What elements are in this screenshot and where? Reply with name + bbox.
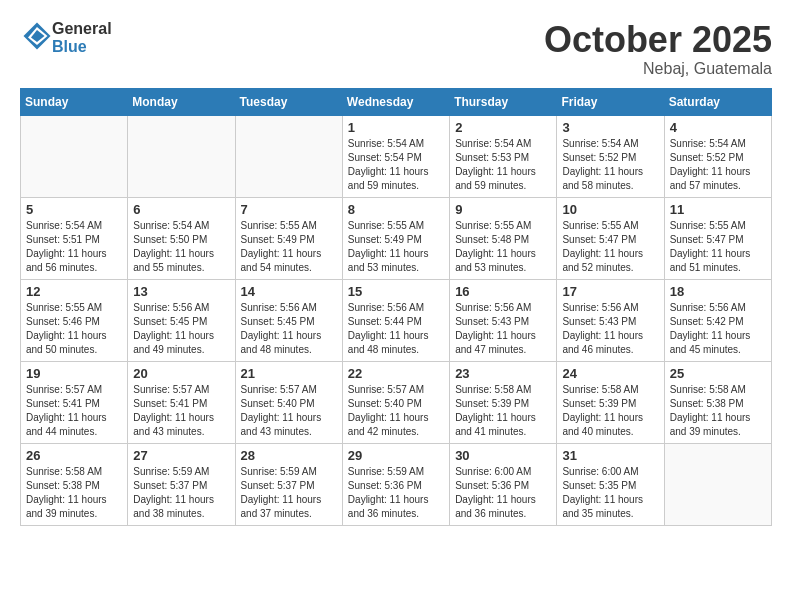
day-number: 11 — [670, 202, 766, 217]
day-number: 23 — [455, 366, 551, 381]
calendar-cell: 17Sunrise: 5:56 AM Sunset: 5:43 PM Dayli… — [557, 279, 664, 361]
calendar-cell: 4Sunrise: 5:54 AM Sunset: 5:52 PM Daylig… — [664, 115, 771, 197]
logo-general: General — [52, 20, 112, 37]
day-info: Sunrise: 5:56 AM Sunset: 5:44 PM Dayligh… — [348, 301, 444, 357]
calendar-cell: 15Sunrise: 5:56 AM Sunset: 5:44 PM Dayli… — [342, 279, 449, 361]
calendar-cell: 6Sunrise: 5:54 AM Sunset: 5:50 PM Daylig… — [128, 197, 235, 279]
week-row-5: 26Sunrise: 5:58 AM Sunset: 5:38 PM Dayli… — [21, 443, 772, 525]
calendar-cell: 27Sunrise: 5:59 AM Sunset: 5:37 PM Dayli… — [128, 443, 235, 525]
calendar-cell: 2Sunrise: 5:54 AM Sunset: 5:53 PM Daylig… — [450, 115, 557, 197]
col-header-saturday: Saturday — [664, 88, 771, 115]
day-info: Sunrise: 5:59 AM Sunset: 5:37 PM Dayligh… — [241, 465, 337, 521]
day-number: 14 — [241, 284, 337, 299]
col-header-monday: Monday — [128, 88, 235, 115]
logo: General Blue — [20, 20, 112, 56]
day-number: 4 — [670, 120, 766, 135]
day-number: 28 — [241, 448, 337, 463]
day-info: Sunrise: 5:56 AM Sunset: 5:42 PM Dayligh… — [670, 301, 766, 357]
calendar-cell: 12Sunrise: 5:55 AM Sunset: 5:46 PM Dayli… — [21, 279, 128, 361]
logo-text: General Blue — [52, 20, 112, 56]
day-number: 22 — [348, 366, 444, 381]
calendar-cell: 14Sunrise: 5:56 AM Sunset: 5:45 PM Dayli… — [235, 279, 342, 361]
day-info: Sunrise: 5:57 AM Sunset: 5:41 PM Dayligh… — [26, 383, 122, 439]
calendar-cell: 1Sunrise: 5:54 AM Sunset: 5:54 PM Daylig… — [342, 115, 449, 197]
calendar-cell: 30Sunrise: 6:00 AM Sunset: 5:36 PM Dayli… — [450, 443, 557, 525]
day-number: 21 — [241, 366, 337, 381]
day-number: 27 — [133, 448, 229, 463]
calendar-cell: 16Sunrise: 5:56 AM Sunset: 5:43 PM Dayli… — [450, 279, 557, 361]
day-info: Sunrise: 5:56 AM Sunset: 5:43 PM Dayligh… — [562, 301, 658, 357]
calendar-cell — [128, 115, 235, 197]
calendar-cell: 18Sunrise: 5:56 AM Sunset: 5:42 PM Dayli… — [664, 279, 771, 361]
week-row-2: 5Sunrise: 5:54 AM Sunset: 5:51 PM Daylig… — [21, 197, 772, 279]
month-title: October 2025 — [544, 20, 772, 60]
day-info: Sunrise: 5:54 AM Sunset: 5:54 PM Dayligh… — [348, 137, 444, 193]
day-info: Sunrise: 5:56 AM Sunset: 5:45 PM Dayligh… — [133, 301, 229, 357]
day-number: 17 — [562, 284, 658, 299]
day-info: Sunrise: 6:00 AM Sunset: 5:36 PM Dayligh… — [455, 465, 551, 521]
col-header-tuesday: Tuesday — [235, 88, 342, 115]
page-header: General Blue October 2025 Nebaj, Guatema… — [20, 20, 772, 78]
day-info: Sunrise: 5:58 AM Sunset: 5:38 PM Dayligh… — [670, 383, 766, 439]
calendar-cell: 13Sunrise: 5:56 AM Sunset: 5:45 PM Dayli… — [128, 279, 235, 361]
day-number: 1 — [348, 120, 444, 135]
day-number: 8 — [348, 202, 444, 217]
day-number: 24 — [562, 366, 658, 381]
week-row-4: 19Sunrise: 5:57 AM Sunset: 5:41 PM Dayli… — [21, 361, 772, 443]
calendar-cell: 19Sunrise: 5:57 AM Sunset: 5:41 PM Dayli… — [21, 361, 128, 443]
day-info: Sunrise: 5:59 AM Sunset: 5:36 PM Dayligh… — [348, 465, 444, 521]
day-info: Sunrise: 5:55 AM Sunset: 5:49 PM Dayligh… — [241, 219, 337, 275]
day-number: 18 — [670, 284, 766, 299]
day-info: Sunrise: 5:55 AM Sunset: 5:48 PM Dayligh… — [455, 219, 551, 275]
day-info: Sunrise: 5:57 AM Sunset: 5:41 PM Dayligh… — [133, 383, 229, 439]
col-header-wednesday: Wednesday — [342, 88, 449, 115]
calendar-cell: 20Sunrise: 5:57 AM Sunset: 5:41 PM Dayli… — [128, 361, 235, 443]
day-info: Sunrise: 5:56 AM Sunset: 5:43 PM Dayligh… — [455, 301, 551, 357]
day-number: 6 — [133, 202, 229, 217]
day-info: Sunrise: 5:54 AM Sunset: 5:52 PM Dayligh… — [670, 137, 766, 193]
day-info: Sunrise: 5:59 AM Sunset: 5:37 PM Dayligh… — [133, 465, 229, 521]
calendar-cell: 31Sunrise: 6:00 AM Sunset: 5:35 PM Dayli… — [557, 443, 664, 525]
day-info: Sunrise: 6:00 AM Sunset: 5:35 PM Dayligh… — [562, 465, 658, 521]
day-info: Sunrise: 5:54 AM Sunset: 5:51 PM Dayligh… — [26, 219, 122, 275]
location: Nebaj, Guatemala — [544, 60, 772, 78]
calendar-cell: 28Sunrise: 5:59 AM Sunset: 5:37 PM Dayli… — [235, 443, 342, 525]
calendar-cell: 5Sunrise: 5:54 AM Sunset: 5:51 PM Daylig… — [21, 197, 128, 279]
day-info: Sunrise: 5:57 AM Sunset: 5:40 PM Dayligh… — [348, 383, 444, 439]
day-number: 30 — [455, 448, 551, 463]
day-number: 2 — [455, 120, 551, 135]
day-number: 10 — [562, 202, 658, 217]
day-info: Sunrise: 5:58 AM Sunset: 5:38 PM Dayligh… — [26, 465, 122, 521]
day-info: Sunrise: 5:55 AM Sunset: 5:49 PM Dayligh… — [348, 219, 444, 275]
title-block: October 2025 Nebaj, Guatemala — [544, 20, 772, 78]
day-info: Sunrise: 5:54 AM Sunset: 5:53 PM Dayligh… — [455, 137, 551, 193]
day-info: Sunrise: 5:58 AM Sunset: 5:39 PM Dayligh… — [562, 383, 658, 439]
day-number: 26 — [26, 448, 122, 463]
col-header-friday: Friday — [557, 88, 664, 115]
day-number: 20 — [133, 366, 229, 381]
day-info: Sunrise: 5:55 AM Sunset: 5:47 PM Dayligh… — [670, 219, 766, 275]
calendar-cell: 10Sunrise: 5:55 AM Sunset: 5:47 PM Dayli… — [557, 197, 664, 279]
day-number: 12 — [26, 284, 122, 299]
day-info: Sunrise: 5:55 AM Sunset: 5:46 PM Dayligh… — [26, 301, 122, 357]
calendar-cell: 11Sunrise: 5:55 AM Sunset: 5:47 PM Dayli… — [664, 197, 771, 279]
day-number: 5 — [26, 202, 122, 217]
day-number: 15 — [348, 284, 444, 299]
col-header-sunday: Sunday — [21, 88, 128, 115]
day-info: Sunrise: 5:57 AM Sunset: 5:40 PM Dayligh… — [241, 383, 337, 439]
calendar-cell: 24Sunrise: 5:58 AM Sunset: 5:39 PM Dayli… — [557, 361, 664, 443]
calendar-cell — [235, 115, 342, 197]
col-header-thursday: Thursday — [450, 88, 557, 115]
calendar-cell: 7Sunrise: 5:55 AM Sunset: 5:49 PM Daylig… — [235, 197, 342, 279]
day-number: 19 — [26, 366, 122, 381]
calendar-cell: 8Sunrise: 5:55 AM Sunset: 5:49 PM Daylig… — [342, 197, 449, 279]
day-info: Sunrise: 5:58 AM Sunset: 5:39 PM Dayligh… — [455, 383, 551, 439]
calendar-cell: 25Sunrise: 5:58 AM Sunset: 5:38 PM Dayli… — [664, 361, 771, 443]
day-info: Sunrise: 5:54 AM Sunset: 5:50 PM Dayligh… — [133, 219, 229, 275]
day-number: 31 — [562, 448, 658, 463]
day-info: Sunrise: 5:55 AM Sunset: 5:47 PM Dayligh… — [562, 219, 658, 275]
calendar-table: SundayMondayTuesdayWednesdayThursdayFrid… — [20, 88, 772, 526]
week-row-3: 12Sunrise: 5:55 AM Sunset: 5:46 PM Dayli… — [21, 279, 772, 361]
day-number: 25 — [670, 366, 766, 381]
logo-blue: Blue — [52, 38, 87, 55]
